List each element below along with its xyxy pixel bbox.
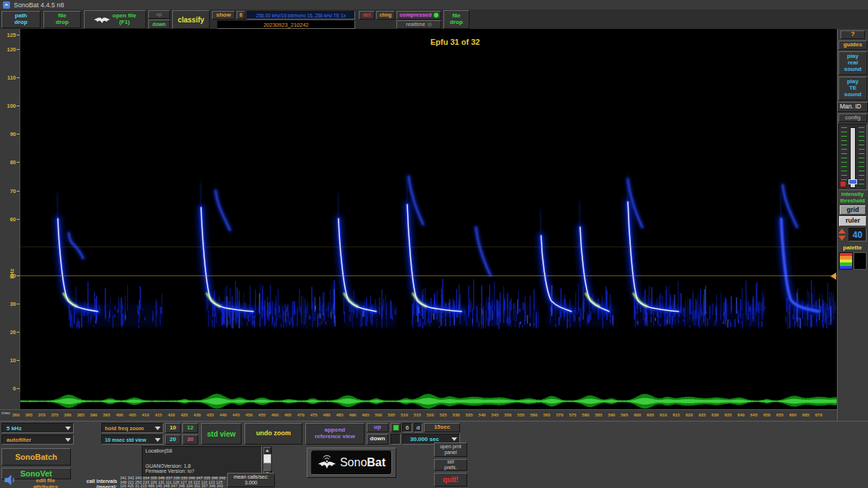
zoom-30-button[interactable]: 30 bbox=[182, 435, 198, 445]
field-b[interactable]: d bbox=[414, 423, 422, 432]
std-view-button[interactable]: std view bbox=[201, 423, 242, 445]
set-prefs-button[interactable]: set prefs. bbox=[434, 459, 467, 471]
sonobatch-button[interactable]: SonoBatch bbox=[1, 448, 71, 466]
freq-tick-mark bbox=[17, 304, 20, 304]
filename-text: 20230923_210242 bbox=[263, 22, 309, 28]
freq-tick-label: 120 bbox=[7, 46, 16, 53]
frequency-axis: kHz 12512011010090807060403020100 bbox=[0, 29, 20, 393]
oscillogram-strip[interactable] bbox=[20, 393, 837, 409]
freq-tick-mark bbox=[17, 77, 20, 78]
time-tick-label: 520 bbox=[424, 413, 437, 417]
time-tick-label: 410 bbox=[139, 413, 152, 417]
ruler-button[interactable]: ruler bbox=[839, 216, 867, 226]
hold-freq-zoom-dropdown[interactable]: hold freq zoom bbox=[101, 423, 163, 433]
time-tick-label: 660 bbox=[786, 413, 799, 417]
time-tick-label: 415 bbox=[152, 413, 165, 417]
logo-text-bat: Bat bbox=[367, 456, 386, 468]
chevron-down-icon bbox=[155, 438, 161, 442]
compressed-toggle[interactable]: compressed bbox=[396, 11, 441, 20]
chng-button[interactable]: chng bbox=[376, 11, 395, 20]
scroll-down-button[interactable]: down bbox=[367, 434, 388, 445]
metadata-guano: GUANOVersion: 1.8 bbox=[145, 463, 191, 468]
det-button[interactable]: det bbox=[359, 11, 375, 20]
path-drop-button[interactable]: path drop bbox=[1, 11, 41, 28]
open-file-label: open file (F1) bbox=[113, 13, 137, 26]
time-tick-label: 400 bbox=[113, 413, 126, 417]
quit-button[interactable]: quit! bbox=[434, 473, 467, 487]
time-tick-label: 565 bbox=[540, 413, 553, 417]
filename-field[interactable]: 20230923_210242 bbox=[217, 20, 355, 29]
time-tick-label: 550 bbox=[501, 413, 514, 417]
msec-std-view-dropdown[interactable]: 10 msec std view bbox=[101, 435, 163, 445]
time-tick-label: 645 bbox=[747, 413, 760, 417]
scrollbar-up-icon[interactable]: ▲ bbox=[263, 447, 271, 454]
freq-tick-label: 0 bbox=[13, 385, 16, 392]
freq-tick-label: 100 bbox=[7, 103, 16, 109]
oscillogram-canvas bbox=[20, 393, 837, 409]
show-button[interactable]: show bbox=[212, 11, 235, 20]
stepper-up-icon[interactable] bbox=[838, 228, 846, 234]
palette-swatch[interactable] bbox=[839, 252, 853, 270]
help-button[interactable]: ? bbox=[841, 30, 865, 39]
chevron-down-icon bbox=[65, 438, 71, 442]
spectrogram-plot[interactable]: Epfu 31 of 32 EpfuEpfuEpfuEpfuEpfuEpfuEp… bbox=[20, 29, 837, 393]
time-tick-label: 365 bbox=[22, 413, 35, 417]
time-tick-label: 590 bbox=[605, 413, 618, 417]
intensity-slider[interactable] bbox=[838, 124, 867, 190]
speaker-icon[interactable] bbox=[2, 474, 20, 488]
play-te-sound-button[interactable]: play TE sound bbox=[838, 77, 867, 100]
append-reference-view-button[interactable]: append reference view bbox=[305, 423, 365, 445]
ruler-freq-value: 40 bbox=[848, 228, 867, 241]
palette-background-swatch[interactable] bbox=[854, 252, 867, 270]
realtime-toggle[interactable]: realtime bbox=[396, 20, 441, 29]
file-drop-button[interactable]: file drop bbox=[43, 11, 81, 28]
compressed-label: compressed bbox=[399, 12, 431, 18]
zoom-12-button[interactable]: 12 bbox=[182, 423, 198, 433]
grid-button[interactable]: grid bbox=[840, 205, 866, 215]
title-bar[interactable]: SonoBat 4.4.5 n8 bbox=[0, 0, 868, 9]
freq-tick-label: 125 bbox=[7, 32, 16, 38]
slider-ticks-right bbox=[859, 127, 864, 188]
open-print-panel-button[interactable]: open prnt panel bbox=[434, 442, 467, 457]
file-drop-right-button[interactable]: file drop bbox=[443, 10, 469, 29]
time-tick-label: 485 bbox=[333, 413, 346, 417]
zoom-10-button[interactable]: 10 bbox=[165, 423, 181, 433]
play-real-sound-button[interactable]: play real sound bbox=[838, 51, 867, 75]
ruler-freq-stepper[interactable] bbox=[838, 228, 847, 241]
freq-grid-dropdown[interactable]: 5 kHz bbox=[1, 423, 74, 433]
waveform-gutter bbox=[0, 393, 20, 409]
freq-tick-mark bbox=[17, 49, 20, 50]
edit-file-attributes-button[interactable]: edit file attributes bbox=[20, 480, 71, 488]
freq-tick-label: 60 bbox=[10, 216, 16, 223]
time-tick-label: 475 bbox=[307, 413, 320, 417]
time-tick-label: 530 bbox=[450, 413, 463, 417]
file-up-button[interactable]: up bbox=[148, 10, 170, 19]
zoom-20-button[interactable]: 20 bbox=[165, 435, 181, 445]
freq-tick-mark bbox=[17, 332, 20, 333]
slider-handle[interactable] bbox=[848, 179, 857, 184]
guides-button[interactable]: guides bbox=[838, 40, 867, 50]
stepper-down-icon[interactable] bbox=[838, 236, 846, 241]
config-button[interactable]: config bbox=[838, 114, 867, 122]
time-tick-label: 395 bbox=[100, 413, 113, 417]
time-tick-label: 635 bbox=[722, 413, 735, 417]
file-down-button[interactable]: down bbox=[148, 20, 170, 29]
scroll-up-button[interactable]: up bbox=[367, 423, 388, 432]
time-tick-label: 465 bbox=[281, 413, 294, 417]
scrollbar-thumb[interactable] bbox=[263, 454, 271, 463]
manual-id-button[interactable]: Man. ID bbox=[837, 102, 868, 112]
autofilter-dropdown[interactable]: autofilter bbox=[1, 435, 74, 445]
undo-zoom-button[interactable]: undo zoom bbox=[244, 423, 302, 445]
show-count-badge[interactable]: 8 bbox=[237, 11, 245, 20]
chevron-down-icon bbox=[65, 427, 71, 430]
classify-button[interactable]: classify bbox=[172, 10, 210, 29]
freq-tick-mark bbox=[17, 106, 20, 106]
time-tick-label: 385 bbox=[75, 413, 88, 417]
open-file-button[interactable]: open file (F1) bbox=[84, 10, 146, 29]
status-led-box bbox=[391, 423, 401, 432]
ruler-marker-icon[interactable] bbox=[830, 273, 836, 280]
time-tick-label: 425 bbox=[178, 413, 191, 417]
slider-reset-icon[interactable] bbox=[840, 181, 846, 187]
time-tick-label: 625 bbox=[696, 413, 709, 417]
field-a[interactable]: 6 bbox=[402, 423, 412, 432]
